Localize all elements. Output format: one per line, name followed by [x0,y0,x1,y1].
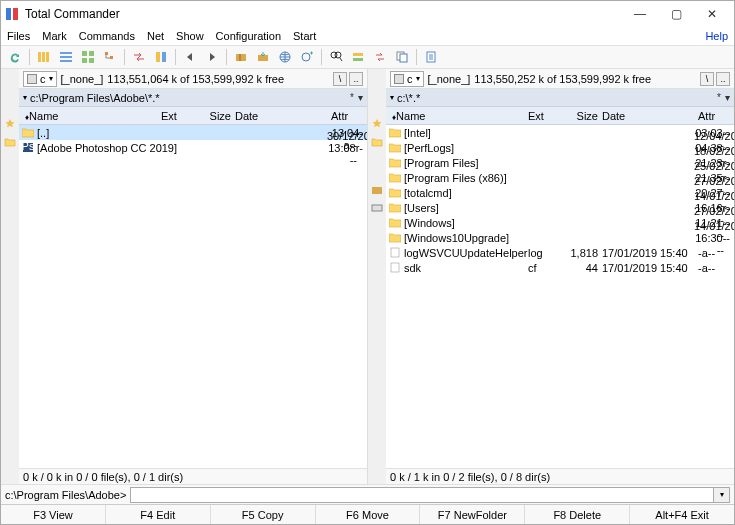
f7-newfolder[interactable]: F7 NewFolder [420,505,525,524]
fav-folder-icon[interactable] [370,135,384,149]
menu-mark[interactable]: Mark [42,30,66,42]
menu-files[interactable]: Files [7,30,30,42]
right-history-icon[interactable]: * [717,92,721,103]
file-name: [Users] [404,202,660,214]
right-file-list[interactable]: [Intel]30/12/2018 03:03----[PerfLogs]12/… [386,125,734,468]
file-size: 1,818 [562,247,602,259]
left-root-button[interactable]: \ [333,72,347,86]
disk-icon [394,74,404,84]
right-history-drop-icon[interactable]: ▾ [725,92,730,103]
f6-move[interactable]: F6 Move [316,505,421,524]
menu-start[interactable]: Start [293,30,316,42]
forward-icon[interactable] [202,47,222,67]
svg-rect-32 [391,263,399,272]
folder-icon [388,157,402,169]
f3-view[interactable]: F3 View [1,505,106,524]
brief-icon[interactable] [34,47,54,67]
svg-rect-2 [38,52,41,62]
right-root-button[interactable]: \ [700,72,714,86]
left-history-icon[interactable]: * [350,92,354,103]
menu-net[interactable]: Net [147,30,164,42]
fav-star-icon[interactable] [370,117,384,131]
full-icon[interactable] [56,47,76,67]
file-row[interactable]: logWSVCUUpdateHelperlog1,81817/01/2019 1… [386,245,734,260]
alt-f4-exit[interactable]: Alt+F4 Exit [630,505,734,524]
col-ext: Ext [161,110,195,122]
file-row[interactable]: Ps[Adobe Photoshop CC 2019]30/12/2018 13… [19,140,367,155]
multi-rename-icon[interactable] [348,47,368,67]
svg-rect-29 [372,187,382,194]
menu-show[interactable]: Show [176,30,204,42]
file-row[interactable]: [Users]14/01/2019 16:16r--- [386,200,734,215]
fav-star-icon[interactable] [3,117,17,131]
file-attr: -a-- [698,262,734,274]
menu-help[interactable]: Help [705,30,728,42]
right-drive-selector[interactable]: c▾ [390,71,424,87]
swap-panels-icon[interactable] [129,47,149,67]
app-icon: Ps [21,142,35,154]
f8-delete[interactable]: F8 Delete [525,505,630,524]
fav-disk-icon[interactable] [370,201,384,215]
copy-names-icon[interactable] [392,47,412,67]
left-header[interactable]: ♦Name Ext Size Date Attr [19,107,367,125]
svg-rect-14 [156,52,160,62]
file-row[interactable]: [PerfLogs]12/04/2018 04:38---- [386,140,734,155]
maximize-button[interactable]: ▢ [658,4,694,24]
file-size: 30/12/2018 13:08r--- [327,130,367,166]
right-path-row[interactable]: ▾ c:\*.* * ▾ [386,89,734,107]
svg-rect-31 [391,248,399,257]
f5-copy[interactable]: F5 Copy [211,505,316,524]
file-name: logWSVCUUpdateHelper [404,247,528,259]
f4-edit[interactable]: F4 Edit [106,505,211,524]
file-row[interactable]: [..]30/12/2018 13:04-a-- [19,125,367,140]
file-row[interactable]: [Program Files (x86)]25/02/2019 21:35r--… [386,170,734,185]
file-name: sdk [404,262,528,274]
left-up-button[interactable]: .. [349,72,363,86]
col-ext: Ext [528,110,562,122]
svg-text:Ps: Ps [22,142,34,152]
command-input[interactable] [130,487,714,503]
folder-icon [21,127,35,139]
refresh-icon[interactable] [5,47,25,67]
app-icon [5,7,19,21]
file-row[interactable]: [totalcmd]27/02/2019 20:27---- [386,185,734,200]
ftp-icon[interactable] [275,47,295,67]
right-up-button[interactable]: .. [716,72,730,86]
file-row[interactable]: [Program Files]18/02/2019 21:23r--- [386,155,734,170]
svg-rect-7 [60,60,72,62]
sync-icon[interactable] [370,47,390,67]
right-status: 0 k / 1 k in 0 / 2 file(s), 0 / 8 dir(s) [386,468,734,484]
left-drive-selector[interactable]: c▾ [23,71,57,87]
file-name: [Adobe Photoshop CC 2019] [37,142,293,154]
tree-icon[interactable] [100,47,120,67]
svg-rect-15 [162,52,166,62]
target-equal-source-icon[interactable] [151,47,171,67]
left-history-drop-icon[interactable]: ▾ [358,92,363,103]
right-path: c:\*.* [397,92,713,104]
fav-box-icon[interactable] [370,183,384,197]
minimize-button[interactable]: — [622,4,658,24]
col-date: Date [235,110,331,122]
file-row[interactable]: sdkcf4417/01/2019 15:40-a-- [386,260,734,275]
menu-configuration[interactable]: Configuration [216,30,281,42]
pack-icon[interactable] [231,47,251,67]
left-path-row[interactable]: ▾ c:\Program Files\Adobe\*.* * ▾ [19,89,367,107]
ftp-new-icon[interactable] [297,47,317,67]
thumbs-icon[interactable] [78,47,98,67]
col-size: Size [195,110,235,122]
file-row[interactable]: [Windows10Upgrade]14/01/2019 16:30---- [386,230,734,245]
right-header[interactable]: ♦Name Ext Size Date Attr [386,107,734,125]
notepad-icon[interactable] [421,47,441,67]
file-name: [Windows10Upgrade] [404,232,660,244]
menu-commands[interactable]: Commands [79,30,135,42]
right-main: c▾ [_none_] 113,550,252 k of 153,599,992… [386,69,734,484]
unpack-icon[interactable] [253,47,273,67]
search-icon[interactable] [326,47,346,67]
file-row[interactable]: [Windows]27/02/2019 11:21---- [386,215,734,230]
command-history-button[interactable]: ▾ [714,487,730,503]
back-icon[interactable] [180,47,200,67]
fav-folder-icon[interactable] [3,135,17,149]
close-button[interactable]: ✕ [694,4,730,24]
left-file-list[interactable]: [..]30/12/2018 13:04-a--Ps[Adobe Photosh… [19,125,367,468]
file-row[interactable]: [Intel]30/12/2018 03:03---- [386,125,734,140]
